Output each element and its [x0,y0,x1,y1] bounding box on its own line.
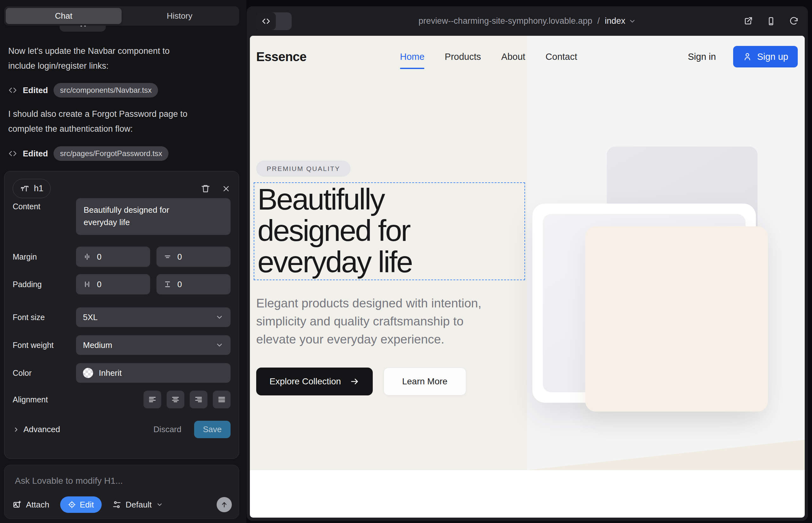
preview-frame: preview--charming-site-symphony.lovable.… [247,6,808,521]
type-icon [20,184,30,194]
align-justify-button[interactable] [213,391,231,409]
site-navbar: Essence Home Products About Contact Sign… [250,36,805,77]
edited-label: Edited [23,86,48,95]
content-input[interactable]: Beautifully designed for everyday life [76,198,231,235]
code-toggle-segment[interactable] [256,12,276,30]
element-tag-name: h1 [34,184,43,194]
external-link-icon[interactable] [743,16,753,26]
assistant-message: I should also create a Forgot Password p… [8,107,233,137]
send-button[interactable] [217,497,232,512]
composer-input[interactable] [15,472,224,490]
selected-element-outline[interactable]: Beautifully designed for everyday life [254,182,525,280]
url-page: index [605,16,625,26]
close-icon[interactable] [222,184,231,193]
hero-image-card-beige [585,227,768,412]
edited-label: Edited [23,149,48,159]
send-arrow-icon [220,501,228,509]
edited-file-row: Edited src/components/Navbar.tsx [8,83,158,97]
hero-headline[interactable]: Beautifully designed for everyday life [254,183,525,278]
nav-link-contact[interactable]: Contact [546,52,577,62]
trash-icon[interactable] [201,184,210,194]
chat-panel: Chat History Now let's update the Navbar… [0,0,246,523]
file-chip[interactable]: src/components/Navbar.tsx [54,83,158,97]
chevron-down-icon [628,17,636,25]
attach-image-icon [13,500,21,509]
nav-link-products[interactable]: Products [445,52,481,62]
site-logo[interactable]: Essence [256,50,306,64]
align-left-icon [148,395,157,404]
url-domain: preview--charming-site-symphony.lovable.… [419,16,593,26]
color-label: Color [13,368,76,378]
color-swatch [83,368,93,378]
nav-link-about[interactable]: About [501,52,525,62]
assistant-message: Now let's update the Navbar component to… [8,44,233,73]
alignment-label: Alignment [13,395,76,404]
margin-vertical-icon [163,253,172,261]
file-chip[interactable]: src/pages/ForgotPassword.tsx [54,146,169,161]
padding-vertical-icon [163,280,172,288]
save-button[interactable]: Save [194,421,231,438]
premium-quality-badge: PREMIUM QUALITY [256,161,351,177]
advanced-toggle[interactable]: Advanced [13,425,60,434]
align-left-button[interactable] [143,391,161,409]
code-icon [8,86,17,95]
attach-button[interactable]: Attach [13,500,49,510]
chevron-down-icon [215,341,224,349]
user-icon [743,52,752,61]
edited-file-row: Edited src/pages/ForgotPassword.tsx [8,146,169,161]
refresh-icon[interactable] [789,16,798,26]
align-justify-icon [217,395,226,404]
browser-chrome: preview--charming-site-symphony.lovable.… [247,6,808,36]
chevron-down-icon [156,501,163,508]
align-right-icon [194,395,203,404]
learn-more-button[interactable]: Learn More [384,367,466,395]
mobile-icon[interactable] [766,16,776,26]
align-center-icon [171,395,180,404]
tab-chat[interactable]: Chat [6,8,122,24]
chat-composer: Attach Edit Default [4,465,239,519]
element-editor-panel: h1 Content Beautifully designed for ever… [4,171,239,459]
hero-description: Elegant products designed with intention… [256,294,510,348]
color-select[interactable]: Inherit [76,363,231,383]
code-preview-toggle[interactable] [256,12,292,30]
discard-button[interactable]: Discard [154,425,181,434]
default-mode-button[interactable]: Default [112,500,163,510]
arrow-right-icon [350,377,359,386]
align-right-button[interactable] [190,391,208,409]
padding-label: Padding [13,280,76,289]
panel-tabs: Chat History [4,6,239,26]
font-weight-select[interactable]: Medium [76,335,231,355]
padding-x-input[interactable]: 0 [76,274,150,294]
code-icon [262,17,270,26]
sign-up-button[interactable]: Sign up [733,46,798,68]
explore-collection-button[interactable]: Explore Collection [256,367,373,395]
code-icon [8,149,17,158]
url-bar[interactable]: preview--charming-site-symphony.lovable.… [419,16,636,26]
nav-link-home[interactable]: Home [400,52,424,62]
element-tag-pill[interactable]: h1 [13,179,51,198]
sign-in-link[interactable]: Sign in [688,52,716,62]
margin-horizontal-icon [83,253,91,261]
padding-horizontal-icon [83,280,91,288]
font-size-select[interactable]: 5XL [76,307,231,327]
site-preview: Essence Home Products About Contact Sign… [250,36,805,518]
content-label: Content [13,202,76,211]
edit-mode-button[interactable]: Edit [60,497,102,513]
chevron-right-icon [13,426,20,433]
margin-label: Margin [13,252,76,262]
tab-history[interactable]: History [122,8,237,24]
font-weight-label: Font weight [13,341,76,350]
target-icon [68,501,76,509]
font-size-label: Font size [13,313,76,322]
chevron-down-icon [215,313,224,321]
padding-y-input[interactable]: 0 [156,274,231,294]
margin-y-input[interactable]: 0 [156,247,231,267]
nav-links: Home Products About Contact [400,36,577,77]
url-separator: / [595,16,602,26]
margin-x-input[interactable]: 0 [76,247,150,267]
align-center-button[interactable] [166,391,184,409]
sliders-icon [112,500,121,509]
